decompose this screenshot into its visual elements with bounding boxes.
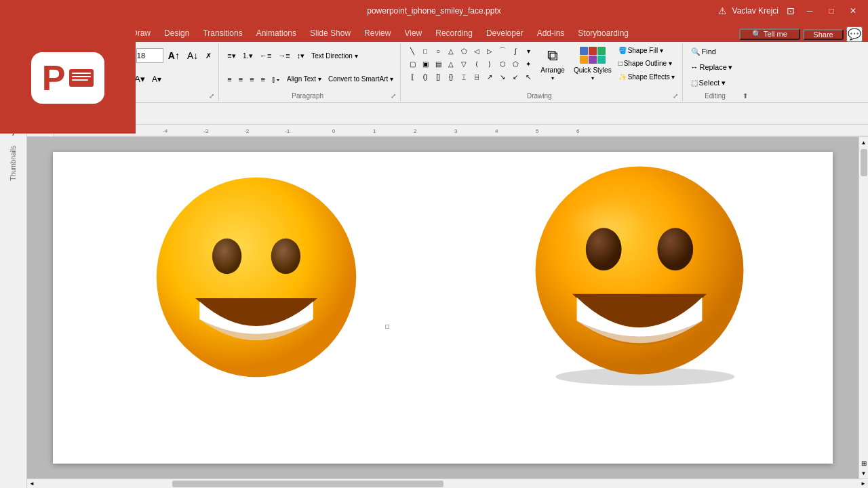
shape-s7[interactable]: ⟩ (484, 58, 496, 70)
shape-s9[interactable]: ⬠ (509, 58, 521, 70)
shape-oval[interactable]: ○ (432, 45, 444, 57)
shape-s15[interactable]: ⌶ (458, 70, 470, 83)
tab-review[interactable]: Review (357, 24, 397, 42)
tab-storyboarding[interactable]: Storyboarding (571, 24, 635, 42)
shape-s5[interactable]: ▽ (458, 58, 470, 70)
svg-text:0: 0 (332, 128, 336, 134)
tab-recording[interactable]: Recording (429, 24, 479, 42)
smiley-right[interactable] (528, 162, 751, 386)
scroll-track-right[interactable] (859, 148, 869, 458)
quick-styles-button[interactable]: Quick Styles ▾ (571, 45, 614, 83)
shape-triangle[interactable]: △ (445, 45, 457, 57)
fill-icon: 🪣 (618, 47, 627, 54)
shape-effects-button[interactable]: ✨ Shape Effects ▾ (616, 71, 678, 83)
font-size-input[interactable] (136, 48, 163, 63)
drawing-group-label: Drawing ⤢ (406, 90, 677, 100)
shape-arrow-right[interactable]: ▷ (484, 45, 496, 57)
share-button[interactable]: Share (803, 29, 844, 40)
quick-styles-preview (580, 47, 606, 64)
shape-s2[interactable]: ▣ (419, 58, 431, 70)
shape-s6[interactable]: ⟨ (471, 58, 483, 70)
bullets-button[interactable]: ≡▾ (224, 48, 238, 63)
shape-arrow-left[interactable]: ◁ (471, 45, 483, 57)
scroll-thumb-right[interactable] (861, 149, 867, 176)
shape-rect[interactable]: □ (419, 45, 431, 57)
align-left-button[interactable]: ≡ (224, 72, 234, 87)
select-button[interactable]: ⬚ Select ▾ (688, 77, 729, 90)
slide-canvas (53, 152, 833, 464)
tab-animations[interactable]: Animations (250, 24, 303, 42)
tab-view[interactable]: View (397, 24, 429, 42)
slide-and-scrollbar: ▲ ⊞ ▼ (27, 137, 868, 479)
shape-s11[interactable]: ⟦ (406, 70, 418, 83)
shape-s18[interactable]: ↘ (496, 70, 509, 83)
editing-group: 🔍 Find ↔ Replace ▾ ⬚ Select ▾ Editing ⬆ (684, 43, 752, 101)
shape-more[interactable]: ▾ (522, 45, 534, 57)
shape-s12[interactable]: () (419, 70, 431, 83)
shape-pentagon[interactable]: ⬠ (458, 45, 470, 57)
restore-button[interactable]: □ (822, 4, 841, 18)
replace-button[interactable]: ↔ Replace ▾ (688, 60, 735, 74)
left-panel: › Thumbnails (0, 125, 27, 488)
scroll-thumb-bottom[interactable] (172, 481, 443, 487)
shape-s16[interactable]: ⌸ (471, 70, 483, 83)
scroll-right-button[interactable]: ► (859, 479, 868, 489)
tab-addins[interactable]: Add-ins (530, 24, 572, 42)
shape-s8[interactable]: ⬡ (496, 58, 509, 70)
tell-me-button[interactable]: 🔍 Tell me (739, 28, 800, 40)
scroll-track-bottom[interactable] (37, 479, 859, 489)
decrease-indent-button[interactable]: ←≡ (257, 48, 274, 63)
tab-developer[interactable]: Developer (479, 24, 530, 42)
scroll-up-button[interactable]: ▲ (859, 137, 869, 148)
col-button[interactable]: ⫿▾ (269, 72, 283, 87)
shape-s4[interactable]: △ (445, 58, 457, 70)
outline-icon: □ (618, 60, 623, 67)
minimize-button[interactable]: ─ (800, 4, 819, 18)
shape-s20[interactable]: ↖ (522, 70, 534, 83)
increase-indent-button[interactable]: →≡ (275, 48, 292, 63)
clear-format-button[interactable]: ✗ (203, 48, 214, 63)
shape-fill-button[interactable]: 🪣 Shape Fill ▾ (616, 45, 678, 56)
right-scrollbar: ▲ ⊞ ▼ (859, 137, 868, 479)
scroll-down-button[interactable]: ▼ (859, 468, 869, 479)
increase-font-button[interactable]: A↑ (165, 48, 182, 63)
numbering-button[interactable]: 1.▾ (240, 48, 256, 63)
shape-s1[interactable]: ▢ (406, 58, 418, 70)
shape-curve[interactable]: ∫ (509, 45, 521, 57)
close-button[interactable]: ✕ (844, 4, 863, 18)
shape-s3[interactable]: ▤ (432, 58, 444, 70)
find-button[interactable]: 🔍 Find (688, 45, 719, 58)
line-spacing-button[interactable]: ↕▾ (294, 48, 308, 63)
main-area: › Thumbnails -6 -5 -4 -3 -2 -1 (0, 125, 868, 488)
convert-smartart-button[interactable]: Convert to SmartArt ▾ (326, 72, 396, 87)
shape-s13[interactable]: [] (432, 70, 444, 83)
shapes-palette: ╲ □ ○ △ ⬠ ◁ ▷ ⌒ ∫ ▾ ▢ ▣ ▤ △ ▽ ⟨ (406, 45, 534, 83)
slide-area[interactable] (27, 137, 859, 479)
svg-text:5: 5 (536, 128, 539, 134)
scroll-left-button[interactable]: ◄ (27, 479, 37, 489)
arrange-button[interactable]: ⧉ Arrange ▾ (536, 45, 570, 83)
tab-slideshow[interactable]: Slide Show (303, 24, 357, 42)
smiley-left[interactable] (151, 172, 361, 382)
quick-styles-label: Quick Styles (574, 66, 612, 74)
smiley-left-svg (151, 172, 361, 382)
justify-button[interactable]: ≡ (258, 72, 268, 87)
shape-s17[interactable]: ↗ (484, 70, 496, 83)
comments-button[interactable]: 💬 (846, 26, 863, 42)
drawing-group: ╲ □ ○ △ ⬠ ◁ ▷ ⌒ ∫ ▾ ▢ ▣ ▤ △ ▽ ⟨ (402, 43, 682, 101)
align-text-button[interactable]: Align Text ▾ (284, 72, 324, 87)
shape-line[interactable]: ╲ (406, 45, 418, 57)
text-direction-button[interactable]: Text Direction ▾ (309, 48, 360, 63)
tab-design[interactable]: Design (157, 24, 196, 42)
shape-s14[interactable]: {} (445, 70, 457, 83)
shape-arc[interactable]: ⌒ (496, 45, 509, 57)
shape-s19[interactable]: ↙ (509, 70, 521, 83)
scroll-expand-right[interactable]: ⊞ (861, 458, 867, 468)
align-right-button[interactable]: ≡ (247, 72, 256, 87)
shape-s10[interactable]: ✦ (522, 58, 534, 70)
decrease-font-button[interactable]: A↓ (184, 48, 201, 63)
highlight-button[interactable]: A▾ (149, 72, 164, 87)
align-center-button[interactable]: ≡ (236, 72, 245, 87)
tab-transitions[interactable]: Transitions (196, 24, 249, 42)
shape-outline-button[interactable]: □ Shape Outline ▾ (616, 58, 678, 69)
